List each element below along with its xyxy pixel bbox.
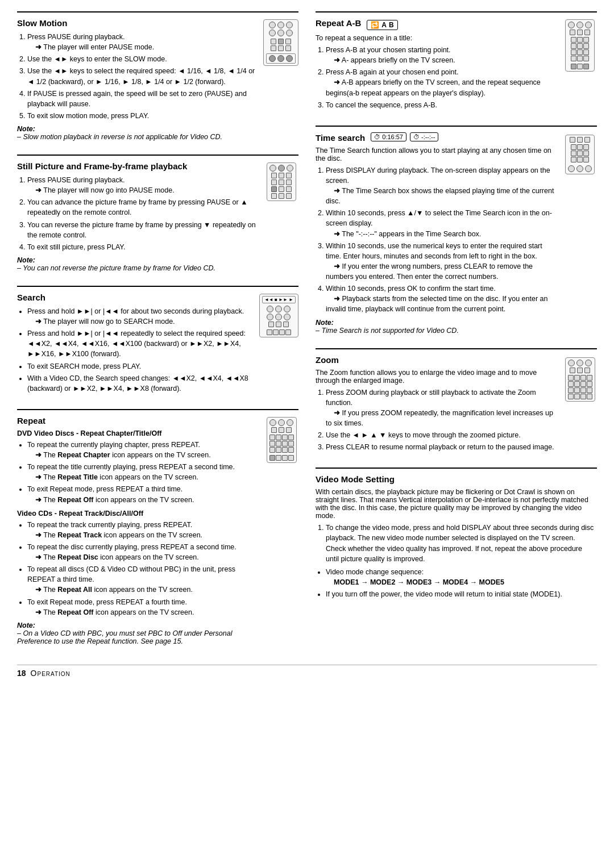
repeat-dvd-bullets: To repeat the currently playing chapter,… [17,440,260,505]
zoom-steps: Press ZOOM during playback or still play… [316,387,558,453]
repeat-remote [264,417,298,463]
list-item: Press and hold ►►| or |◄◄ for about two … [27,306,255,327]
page-number: 18 [17,669,26,678]
list-item: To exit SEARCH mode, press PLAY. [27,361,255,372]
time-search-intro: The Time Search function allows you to s… [316,147,558,162]
video-mode-section: Video Mode Setting With certain discs, t… [316,468,597,608]
list-item: Press PAUSE during playback. ➜ The playe… [27,175,260,195]
left-column: Slow Motion Press PAUSE during playback.… [17,11,298,659]
search-section: Search Press and hold ►►| or |◄◄ for abo… [17,286,298,406]
still-picture-remote [264,162,298,201]
still-picture-note: Note: – You can not reverse the picture … [17,256,260,272]
time-search-note: Note: – Time Search is not supported for… [316,319,558,335]
zoom-remote [563,357,597,402]
video-mode-steps: To change the video mode, press and hold… [316,523,597,564]
list-item: Press CLEAR to resume normal playback or… [326,442,558,452]
list-item: Use the ◄ ► ▲ ▼ keys to move through the… [326,430,558,440]
repeat-ab-section: Repeat A-B 🔁 A B To repeat a sequence in… [316,11,597,122]
slow-motion-section: Slow Motion Press PAUSE during playback.… [17,11,298,151]
list-item: Press and hold ►►| or |◄◄ repeatedly to … [27,328,255,359]
list-item: To repeat the track currently playing, p… [27,520,260,540]
list-item: Video mode change sequence: MODE1 → MODE… [326,567,597,587]
repeat-section: Repeat DVD Video Discs - Repeat Chapter/… [17,409,298,656]
dash-display: ⏱ -:--:-- [410,132,438,141]
list-item: Press A-B again at your chosen end point… [326,67,558,98]
slow-motion-note: Note: – Slow motion playback in reverse … [17,125,259,141]
list-item: To exit still picture, press PLAY. [27,242,260,252]
video-mode-title: Video Mode Setting [316,474,597,484]
still-picture-section: Still Picture and Frame-by-frame playbac… [17,155,298,282]
slow-motion-remote [263,19,298,66]
slow-motion-steps: Press PAUSE during playback. ➜ The playe… [17,32,259,121]
list-item: To exit Repeat mode, press REPEAT a four… [27,597,260,617]
zoom-intro: The Zoom function allows you to enlarge … [316,369,558,385]
time-search-section: Time search ⏱ 0:16:57 ⏱ -:--:-- [316,126,597,345]
repeat-ab-intro: To repeat a sequence in a title: [316,34,558,42]
right-column: Repeat A-B 🔁 A B To repeat a sequence in… [316,11,597,659]
repeat-title: Repeat [17,416,260,425]
list-item: Within 10 seconds, press ▲/▼ to select t… [326,208,558,239]
list-item: Press ZOOM during playback or still play… [326,387,558,429]
page-footer: 18 Operation [17,665,597,678]
list-item: You can reverse the picture frame by fra… [27,220,260,240]
list-item: Press PAUSE during playback. ➜ The playe… [27,32,259,52]
video-mode-intro: With certain discs, the playback picture… [316,488,597,520]
list-item: To exit slow motion mode, press PLAY. [27,111,259,121]
list-item: Within 10 seconds, press OK to confirm t… [326,283,558,314]
search-title: Search [17,293,255,302]
list-item: To cancel the sequence, press A-B. [326,100,558,110]
list-item: With a Video CD, the Search speed change… [27,373,255,394]
time-search-remote [563,135,597,174]
zoom-section: Zoom The Zoom function allows you to enl… [316,348,597,465]
slow-motion-title: Slow Motion [17,18,259,28]
repeat-vcd-bullets: To repeat the track currently playing, p… [17,520,260,617]
list-item: Press A-B at your chosen starting point.… [326,45,558,65]
repeat-dvd-subtitle: DVD Video Discs - Repeat Chapter/Title/O… [17,429,260,437]
still-picture-title: Still Picture and Frame-by-frame playbac… [17,161,260,171]
list-item: You can advance the picture frame by fra… [27,197,260,218]
zoom-title: Zoom [316,355,558,365]
list-item: To exit Repeat mode, press REPEAT a thir… [27,484,260,504]
video-mode-bullets: Video mode change sequence: MODE1 → MODE… [316,567,597,599]
repeat-ab-header: Repeat A-B 🔁 A B [316,18,558,32]
list-item: To change the video mode, press and hold… [326,523,597,564]
list-item: If you turn off the power, the video mod… [326,589,597,599]
time-search-icons: ⏱ 0:16:57 ⏱ -:--:-- [371,132,438,141]
list-item: Use the ◄► keys to enter the SLOW mode. [27,54,259,64]
clock-display: ⏱ 0:16:57 [371,132,406,141]
still-picture-steps: Press PAUSE during playback. ➜ The playe… [17,175,260,252]
list-item: Use the ◄► keys to select the required s… [27,66,259,86]
repeat-vcd-subtitle: Video CDs - Repeat Track/Disc/All/Off [17,510,260,518]
list-item: Within 10 seconds, use the numerical key… [326,241,558,282]
time-search-steps: Press DISPLAY during playback. The on-sc… [316,165,558,315]
repeat-ab-title: Repeat A-B [316,18,361,28]
list-item: To repeat the currently playing chapter,… [27,440,260,460]
time-search-header: Time search ⏱ 0:16:57 ⏱ -:--:-- [316,132,558,144]
list-item: If PAUSE is pressed again, the speed wil… [27,89,259,109]
search-remote: ◄◄ ■ ►► ► [259,294,298,337]
repeat-ab-steps: Press A-B at your chosen starting point.… [316,45,558,110]
list-item: To repeat the title currently playing, p… [27,462,260,482]
search-bullets: Press and hold ►►| or |◄◄ for about two … [17,306,255,394]
time-search-title: Time search [316,133,365,143]
ab-indicator: 🔁 A B [367,20,397,30]
repeat-ab-remote [563,19,597,72]
list-item: To repeat the disc currently playing, pr… [27,542,260,562]
page-section: Operation [31,669,70,678]
list-item: To repeat all discs (CD & Video CD witho… [27,564,260,595]
repeat-note: Note: – On a Video CD with PBC, you must… [17,621,260,645]
list-item: Press DISPLAY during playback. The on-sc… [326,165,558,207]
